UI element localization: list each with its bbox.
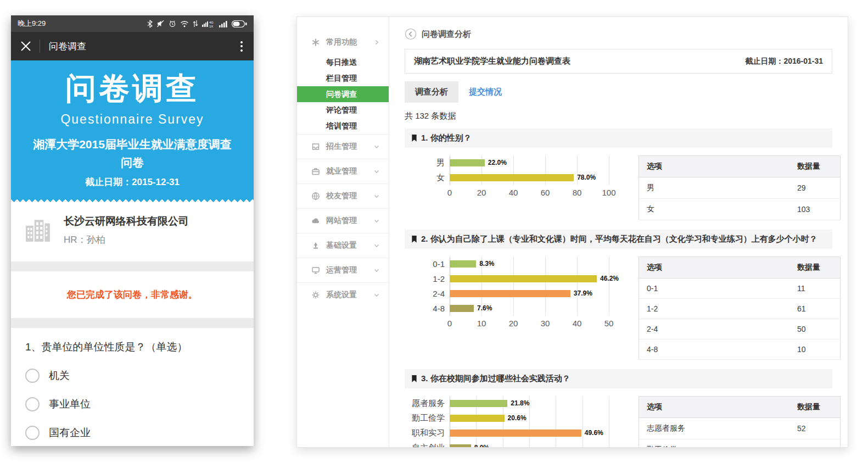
chart-bar	[450, 415, 505, 422]
chart-bar	[450, 305, 474, 312]
chart-bar	[450, 174, 574, 181]
table-header-option: 选项	[639, 257, 790, 278]
option-cell: 女	[639, 199, 790, 220]
bar-value-label: 8.0%	[474, 444, 489, 447]
globe-icon	[311, 192, 320, 200]
sidebar-item[interactable]: 培训管理	[297, 118, 389, 134]
bookmark-icon	[411, 235, 417, 243]
gear-icon	[311, 291, 320, 299]
table-row: 4-810	[639, 339, 841, 360]
bar-value-label: 7.6%	[477, 304, 492, 312]
sidebar-group-label: 招生管理	[326, 142, 373, 152]
bar-value-label: 46.2%	[600, 275, 619, 282]
mobile-screenshot-panel: 晚上9:29 4G1X 问卷调查 问卷调查 Questionnaire Surv…	[11, 15, 254, 446]
chart-category-label: 男	[408, 158, 450, 168]
count-cell: 29	[789, 177, 841, 199]
chart-category-label: 0-1	[408, 259, 450, 269]
results-table: 选项数据量0-1111-2612-4504-810	[639, 257, 841, 360]
table-row: 0-111	[639, 278, 841, 299]
survey-deadline: 截止日期：2015-12-31	[11, 176, 254, 197]
sidebar-item[interactable]: 栏目管理	[297, 70, 389, 86]
chart-category-label: 2-4	[408, 289, 450, 298]
count-cell: 10	[789, 339, 841, 360]
lamp-icon	[311, 241, 320, 250]
sidebar-group[interactable]: 就业管理	[297, 159, 389, 183]
chart-category-label: 自主创业	[408, 443, 450, 447]
survey-banner: 问卷调查 Questionnaire Survey 湘潭大学2015届毕业生就业…	[11, 60, 254, 197]
section-divider	[11, 261, 254, 271]
section-divider	[11, 318, 254, 328]
chart-category-label: 职和实习	[408, 428, 450, 438]
sidebar-group[interactable]: 校友管理	[297, 184, 389, 208]
sidebar: 常用功能每日推送栏目管理问卷调查评论管理培训管理招生管理就业管理校友管理网站管理…	[297, 17, 389, 447]
chart-bar	[450, 430, 581, 437]
sidebar-group-label: 基础设置	[326, 241, 373, 250]
question-1: 1、贵单位的单位性质是？（单选） 机关事业单位国有企业教育机构三资企业	[11, 328, 254, 446]
table-row: 1-261	[639, 299, 841, 319]
status-time: 晚上9:29	[18, 19, 46, 29]
bar-value-label: 21.8%	[511, 399, 529, 407]
completion-message: 您已完成了该问卷，非常感谢。	[11, 271, 254, 318]
x-axis: 020406080100	[450, 187, 609, 198]
option-cell: 4-8	[639, 339, 790, 360]
count-cell: 49	[789, 439, 841, 448]
table-row: 勤工俭学49	[639, 439, 841, 448]
mute-icon	[156, 20, 165, 27]
question-block: 1. 你的性别？男22.0%女78.0%020406080100选项数据量男29…	[405, 129, 832, 222]
sidebar-group[interactable]: 网站管理	[297, 209, 389, 233]
table-header-option: 选项	[639, 156, 790, 177]
radio-button[interactable]	[25, 369, 40, 383]
question-title: 3. 你在校期间参加过哪些社会实践活动？	[421, 374, 570, 384]
chevron-down-icon	[373, 292, 380, 298]
chart-bar	[450, 400, 507, 407]
building-icon	[21, 214, 56, 243]
question-block: 2. 你认为自己除了上课（专业和文化课）时间，平均每天花在自习（文化学习和专业练…	[405, 230, 832, 362]
results-table: 选项数据量男29女103	[639, 155, 841, 220]
back-icon[interactable]	[405, 28, 417, 40]
chevron-down-icon	[373, 143, 380, 150]
option-cell: 2-4	[639, 319, 790, 339]
radio-button[interactable]	[25, 426, 40, 440]
results-table: 选项数据量志愿者服务52勤工俭学49	[639, 396, 841, 447]
tab-submissions[interactable]: 提交情况	[458, 81, 512, 103]
bar-value-label: 78.0%	[577, 174, 596, 181]
banner-logo-text: 问卷调查	[11, 68, 254, 110]
count-cell: 52	[789, 418, 841, 439]
option-label: 事业单位	[49, 397, 91, 411]
page-title: 问卷调查分析	[422, 29, 471, 40]
sidebar-item[interactable]: 评论管理	[297, 102, 389, 118]
answer-option[interactable]: 机关	[25, 369, 239, 383]
sidebar-group[interactable]: 招生管理	[297, 135, 389, 159]
chevron-down-icon	[373, 193, 380, 199]
sidebar-group[interactable]: 常用功能	[297, 30, 389, 54]
table-header-count: 数据量	[789, 257, 841, 278]
bar-value-label: 37.9%	[574, 289, 592, 297]
close-icon[interactable]	[20, 40, 32, 52]
sidebar-item[interactable]: 问卷调查	[297, 86, 389, 102]
survey-title: 湘潭大学2015届毕业生就业满意度调查问卷	[11, 127, 254, 171]
radio-button[interactable]	[25, 397, 40, 411]
company-name: 长沙云研网络科技有限公司	[64, 214, 189, 229]
bar-value-label: 22.0%	[488, 159, 507, 166]
sidebar-group[interactable]: 系统设置	[297, 283, 389, 307]
chart-category-label: 1-2	[408, 274, 450, 283]
cloud-icon	[311, 216, 320, 225]
sidebar-group[interactable]: 基础设置	[297, 233, 389, 258]
mobile-page-title: 问卷调查	[49, 40, 238, 53]
sidebar-group[interactable]: 运营管理	[297, 258, 389, 282]
question-title: 1. 你的性别？	[421, 133, 472, 143]
bluetooth-icon	[147, 20, 153, 28]
signal-icon	[219, 20, 228, 27]
sidebar-group-label: 运营管理	[326, 265, 373, 275]
tab-analysis[interactable]: 调查分析	[405, 81, 458, 103]
answer-option[interactable]: 国有企业	[25, 426, 239, 440]
menu-dots-icon[interactable]	[238, 39, 245, 54]
option-cell: 勤工俭学	[639, 439, 790, 448]
count-cell: 61	[789, 299, 841, 319]
sidebar-item[interactable]: 每日推送	[297, 54, 389, 70]
chevron-down-icon	[373, 242, 380, 249]
option-cell: 0-1	[639, 278, 790, 299]
sidebar-group-label: 网站管理	[326, 216, 373, 226]
option-cell: 男	[639, 177, 790, 199]
answer-option[interactable]: 事业单位	[25, 397, 239, 411]
